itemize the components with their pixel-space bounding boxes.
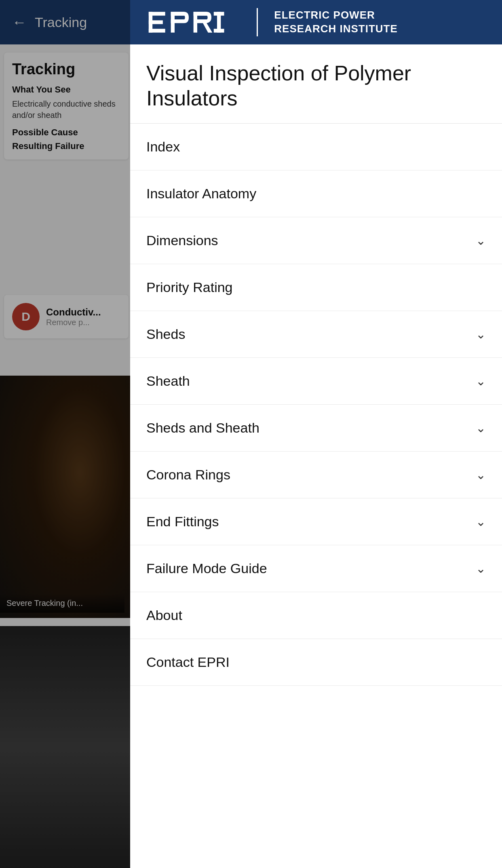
app-title: Visual Inspection of Polymer Insulators [146,61,486,111]
menu-item-sheds[interactable]: Sheds⌄ [130,311,502,358]
epri-logo-divider [257,8,258,36]
menu-item-end-fittings[interactable]: End Fittings⌄ [130,498,502,545]
app-title-section: Visual Inspection of Polymer Insulators [130,44,502,124]
epri-header: ELECTRIC POWER RESEARCH INSTITUTE [130,0,502,44]
menu-item-sheath[interactable]: Sheath⌄ [130,358,502,405]
menu-item-label: End Fittings [146,514,219,530]
chevron-down-icon: ⌄ [476,374,486,388]
menu-item-about[interactable]: About [130,592,502,639]
menu-item-label: Sheds and Sheath [146,420,259,436]
menu-item-label: Sheds [146,326,185,342]
epri-institute-text: ELECTRIC POWER RESEARCH INSTITUTE [274,8,397,36]
menu-item-contact-epri[interactable]: Contact EPRI [130,639,502,686]
menu-item-label: Insulator Anatomy [146,186,256,202]
svg-rect-9 [214,12,224,15]
menu-item-label: About [146,607,182,623]
menu-item-index[interactable]: Index [130,124,502,170]
background-overlay [0,0,133,868]
chevron-down-icon: ⌄ [476,515,486,529]
svg-rect-1 [149,12,165,15]
menu-item-label: Corona Rings [146,467,230,483]
menu-item-corona-rings[interactable]: Corona Rings⌄ [130,452,502,498]
svg-rect-10 [214,29,224,32]
chevron-down-icon: ⌄ [476,233,486,248]
menu-item-dimensions[interactable]: Dimensions⌄ [130,217,502,264]
menu-item-label: Priority Rating [146,280,233,295]
menu-list: IndexInsulator AnatomyDimensions⌄Priorit… [130,124,502,686]
chevron-down-icon: ⌄ [476,421,486,435]
menu-item-label: Sheath [146,373,190,389]
menu-item-label: Dimensions [146,233,218,248]
menu-item-priority-rating[interactable]: Priority Rating [130,264,502,311]
svg-rect-3 [149,29,165,32]
menu-item-insulator-anatomy[interactable]: Insulator Anatomy [130,170,502,217]
navigation-drawer: ELECTRIC POWER RESEARCH INSTITUTE Visual… [130,0,502,868]
chevron-down-icon: ⌄ [476,561,486,576]
epri-logo [146,8,240,36]
menu-item-label: Contact EPRI [146,654,230,670]
menu-item-sheds-and-sheath[interactable]: Sheds and Sheath⌄ [130,405,502,452]
epri-logo-svg [146,8,240,36]
menu-item-label: Index [146,139,180,155]
chevron-down-icon: ⌄ [476,327,486,341]
menu-item-failure-mode-guide[interactable]: Failure Mode Guide⌄ [130,545,502,592]
svg-rect-2 [149,20,163,24]
chevron-down-icon: ⌄ [476,468,486,482]
menu-item-label: Failure Mode Guide [146,561,267,576]
